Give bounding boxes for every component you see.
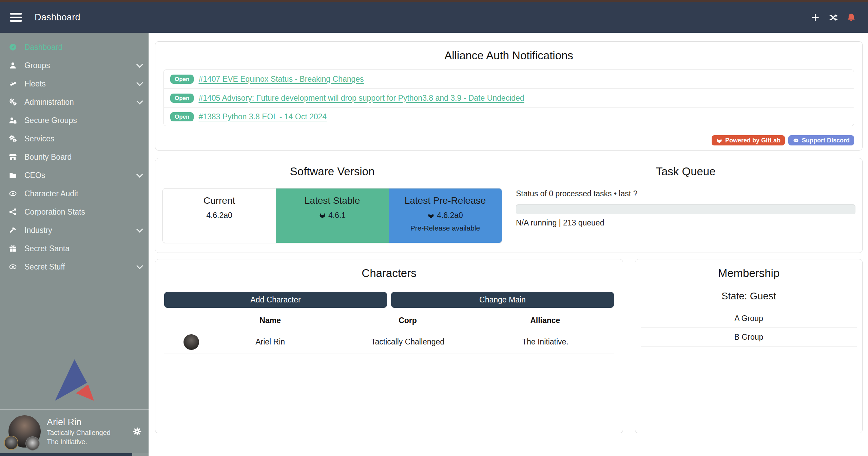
sidebar-item-groups[interactable]: Groups xyxy=(0,56,149,75)
corp-logo xyxy=(4,436,18,450)
sidebar-item-label: Character Audit xyxy=(24,189,78,198)
character-row: Ariel Rin Tactically Challenged The Init… xyxy=(164,330,614,354)
user-icon xyxy=(9,61,17,70)
user-info: Ariel Rin Tactically Challenged The Init… xyxy=(47,417,133,446)
sidebar-item-dashboard[interactable]: Dashboard xyxy=(0,38,149,56)
sidebar-item-label: Administration xyxy=(24,98,74,107)
gears-icon xyxy=(9,135,17,143)
version-prerelease-cell: Latest Pre-Release 4.6.2a0 Pre-Release a… xyxy=(389,189,502,243)
bell-icon[interactable] xyxy=(847,13,856,22)
task-queue-section: Task Queue Status of 0 processed tasks •… xyxy=(509,158,862,253)
version-stable-cell: Latest Stable 4.6.1 xyxy=(276,189,389,243)
version-prerelease-value: 4.6.2a0 xyxy=(437,211,463,220)
sidebar-item-bounty-board[interactable]: Bounty Board xyxy=(0,148,149,166)
notification-row: Open #1383 Python 3.8 EOL - 14 Oct 2024 xyxy=(164,107,854,126)
scrollbar-thumb[interactable] xyxy=(0,453,132,456)
notification-row: Open #1405 Advisory: Future development … xyxy=(164,88,854,107)
gitlab-icon xyxy=(716,137,722,144)
character-alliance: The Initiative. xyxy=(477,337,614,346)
notifications-list: Open #1407 EVE Equinox Status - Breaking… xyxy=(163,70,854,126)
change-main-button[interactable]: Change Main xyxy=(391,292,614,308)
top-navbar: Dashboard xyxy=(0,2,868,33)
user-avatar xyxy=(8,415,41,448)
gear-icon[interactable] xyxy=(133,427,142,436)
sidebar-item-label: Secret Stuff xyxy=(24,262,65,272)
navbar-actions xyxy=(811,13,856,22)
sidebar-item-secure-groups[interactable]: Secure Groups xyxy=(0,111,149,130)
gitlab-badge[interactable]: Powered by GitLab xyxy=(712,135,785,145)
column-header-corp: Corp xyxy=(339,316,476,325)
shuffle-icon[interactable] xyxy=(829,13,838,22)
sidebar-item-industry[interactable]: Industry xyxy=(0,221,149,239)
notification-link[interactable]: #1405 Advisory: Future development will … xyxy=(198,94,524,103)
status-badge: Open xyxy=(170,75,194,84)
sidebar-item-label: Corporation Stats xyxy=(24,207,85,217)
sidebar-item-secret-santa[interactable]: Secret Santa xyxy=(0,239,149,258)
character-name: Ariel Rin xyxy=(201,337,339,346)
version-stable-value: 4.6.1 xyxy=(328,211,346,220)
status-badge: Open xyxy=(170,94,194,103)
software-version-section: Software Version Current 4.6.2a0 Latest … xyxy=(155,158,509,253)
user-card: Ariel Rin Tactically Challenged The Init… xyxy=(0,409,149,453)
jet-icon xyxy=(9,80,17,88)
character-corp: Tactically Challenged xyxy=(339,337,476,346)
eye-icon xyxy=(9,263,17,271)
chevron-down-icon xyxy=(136,61,143,68)
gitlab-badge-label: Powered by GitLab xyxy=(725,137,780,144)
status-badge: Open xyxy=(170,112,194,121)
gauge-icon xyxy=(9,43,17,51)
chevron-down-icon xyxy=(136,79,143,86)
user-lock-icon xyxy=(9,116,17,124)
membership-groups: A Group B Group xyxy=(641,309,857,346)
version-table: Current 4.6.2a0 Latest Stable 4.6.1 Late… xyxy=(162,188,502,243)
sidebar-item-secret-stuff[interactable]: Secret Stuff xyxy=(0,258,149,276)
membership-title: Membership xyxy=(635,266,862,280)
menu-toggle-button[interactable] xyxy=(10,13,22,22)
chevron-down-icon xyxy=(136,262,143,269)
sidebar-item-label: Bounty Board xyxy=(24,153,72,162)
version-prerelease-label: Latest Pre-Release xyxy=(389,195,502,206)
chevron-down-icon xyxy=(136,226,143,233)
plus-icon[interactable] xyxy=(811,13,820,22)
notification-link[interactable]: #1383 Python 3.8 EOL - 14 Oct 2024 xyxy=(198,112,327,121)
sidebar-item-character-audit[interactable]: Character Audit xyxy=(0,184,149,203)
sidebar-item-corporation-stats[interactable]: Corporation Stats xyxy=(0,203,149,221)
column-header-name: Name xyxy=(201,316,339,325)
gitlab-icon xyxy=(427,212,435,219)
sidebar-item-label: CEOs xyxy=(24,171,45,180)
add-character-button[interactable]: Add Character xyxy=(164,292,387,308)
user-name: Ariel Rin xyxy=(47,417,133,428)
discord-badge[interactable]: Support Discord xyxy=(788,135,854,145)
sidebar-item-fleets[interactable]: Fleets xyxy=(0,75,149,93)
version-taskqueue-panel: Software Version Current 4.6.2a0 Latest … xyxy=(155,158,863,253)
notification-row: Open #1407 EVE Equinox Status - Breaking… xyxy=(164,70,854,88)
folder-icon xyxy=(9,171,17,179)
notifications-title: Alliance Auth Notifications xyxy=(155,48,862,63)
gift-icon xyxy=(9,244,17,253)
sidebar-item-label: Services xyxy=(24,134,54,143)
user-alliance: The Initiative. xyxy=(47,438,133,446)
prerelease-note: Pre-Release available xyxy=(389,224,502,232)
membership-group: A Group xyxy=(641,309,857,328)
characters-title: Characters xyxy=(155,266,623,280)
external-badges: Powered by GitLab Support Discord xyxy=(163,135,854,145)
sidebar-item-administration[interactable]: Administration xyxy=(0,93,149,111)
sidebar-item-services[interactable]: Services xyxy=(0,130,149,148)
notification-link[interactable]: #1407 EVE Equinox Status - Breaking Chan… xyxy=(198,75,364,84)
sidebar-item-label: Dashboard xyxy=(24,43,63,52)
sidebar-item-label: Industry xyxy=(24,226,52,235)
share-icon xyxy=(9,208,17,216)
task-queue-counts: N/A running | 213 queued xyxy=(516,218,855,227)
horizontal-scrollbar xyxy=(0,453,149,456)
main-content: Alliance Auth Notifications Open #1407 E… xyxy=(149,33,868,456)
version-current-label: Current xyxy=(163,195,276,206)
sidebar-item-ceos[interactable]: CEOs xyxy=(0,166,149,184)
sidebar-item-label: Secure Groups xyxy=(24,116,77,125)
user-corp: Tactically Challenged xyxy=(47,429,133,437)
membership-panel: Membership State: Guest A Group B Group xyxy=(635,259,863,433)
membership-group: B Group xyxy=(641,328,857,346)
sidebar-item-label: Secret Santa xyxy=(24,244,70,253)
sidebar-item-label: Groups xyxy=(24,61,50,70)
sidebar-item-label: Fleets xyxy=(24,79,46,88)
version-stable-label: Latest Stable xyxy=(276,195,389,206)
